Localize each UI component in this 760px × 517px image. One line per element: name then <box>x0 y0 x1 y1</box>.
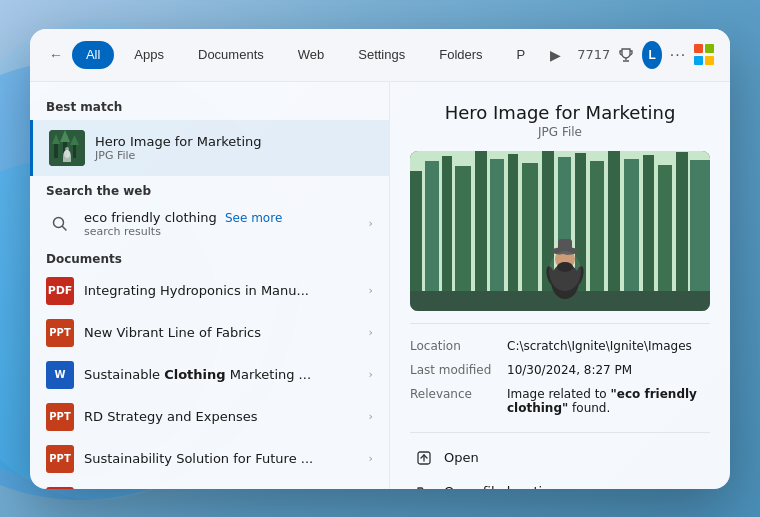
meta-row-location: Location C:\scratch\Ignite\Ignite\Images <box>410 334 710 358</box>
doc-icon-pdf-0: PDF <box>46 277 74 305</box>
meta-label-location: Location <box>410 339 495 353</box>
doc-item-3[interactable]: PPT RD Strategy and Expenses › <box>30 396 389 438</box>
open-icon <box>414 448 434 468</box>
meta-value-location: C:\scratch\Ignite\Ignite\Images <box>507 339 692 353</box>
best-match-item[interactable]: Hero Image for Marketing JPG File <box>30 120 389 176</box>
nav-bar: ← All Apps Documents Web Settings Folder… <box>30 29 730 82</box>
web-search-chevron: › <box>369 217 373 230</box>
meta-value-modified: 10/30/2024, 8:27 PM <box>507 363 632 377</box>
doc-chevron-1: › <box>369 326 373 339</box>
doc-icon-ppt-1: PPT <box>46 319 74 347</box>
svg-rect-40 <box>558 239 572 253</box>
user-button[interactable]: L <box>642 41 662 69</box>
doc-title-3: RD Strategy and Expenses <box>84 409 359 424</box>
doc-item-4[interactable]: PPT Sustainability Solution for Future .… <box>30 438 389 480</box>
doc-chevron-2: › <box>369 368 373 381</box>
doc-icon-ppt-3: PPT <box>46 403 74 431</box>
play-button[interactable]: ▶ <box>545 41 565 69</box>
web-search-item[interactable]: eco friendly clothing See more search re… <box>30 202 389 246</box>
nav-pill-p[interactable]: P <box>503 41 540 69</box>
nav-pill-settings[interactable]: Settings <box>344 41 419 69</box>
see-more-link[interactable]: See more <box>225 211 282 225</box>
back-button[interactable]: ← <box>46 41 66 69</box>
meta-label-relevance: Relevance <box>410 387 495 401</box>
doc-chevron-0: › <box>369 284 373 297</box>
open-action[interactable]: Open <box>410 443 710 473</box>
documents-label: Documents <box>30 246 389 270</box>
windows-logo[interactable] <box>694 44 714 66</box>
right-panel: Hero Image for Marketing JPG File <box>390 82 730 489</box>
web-search-query: eco friendly clothing See more <box>84 210 359 225</box>
svg-line-15 <box>63 226 67 230</box>
svg-point-12 <box>64 150 70 158</box>
metadata-table: Location C:\scratch\Ignite\Ignite\Images… <box>410 323 710 420</box>
meta-row-modified: Last modified 10/30/2024, 8:27 PM <box>410 358 710 382</box>
meta-label-modified: Last modified <box>410 363 495 377</box>
best-match-thumbnail <box>49 130 85 166</box>
svg-point-13 <box>65 147 69 151</box>
detail-subtitle: JPG File <box>410 125 710 139</box>
left-panel: Best match <box>30 82 390 489</box>
best-match-label: Best match <box>30 94 389 118</box>
search-icon <box>46 210 74 238</box>
doc-title-1: New Vibrant Line of Fabrics <box>84 325 359 340</box>
nav-pill-documents[interactable]: Documents <box>184 41 278 69</box>
svg-point-45 <box>549 251 581 291</box>
doc-chevron-3: › <box>369 410 373 423</box>
preview-image <box>410 151 710 311</box>
best-match-info: Hero Image for Marketing JPG File <box>95 134 373 162</box>
doc-chevron-4: › <box>369 452 373 465</box>
open-location-label: Open file location <box>444 484 558 489</box>
web-search-sub: search results <box>84 225 359 238</box>
doc-icon-word-2: W <box>46 361 74 389</box>
doc-item-5[interactable]: PDF Mission of Contoso Sustainable F... … <box>30 480 389 489</box>
nav-pill-apps[interactable]: Apps <box>120 41 178 69</box>
doc-title-4: Sustainability Solution for Future ... <box>84 451 359 466</box>
doc-item-1[interactable]: PPT New Vibrant Line of Fabrics › <box>30 312 389 354</box>
best-match-subtitle: JPG File <box>95 149 373 162</box>
nav-count: 7717 <box>577 47 610 62</box>
folder-icon <box>414 482 434 489</box>
nav-pill-web[interactable]: Web <box>284 41 339 69</box>
more-button[interactable]: ··· <box>668 41 688 69</box>
nav-pill-folders[interactable]: Folders <box>425 41 496 69</box>
web-search-label: Search the web <box>30 178 389 202</box>
doc-item-2[interactable]: W Sustainable Clothing Marketing ... › <box>30 354 389 396</box>
meta-value-relevance: Image related to "eco friendly clothing"… <box>507 387 710 415</box>
search-window: ← All Apps Documents Web Settings Folder… <box>30 29 730 489</box>
meta-row-relevance: Relevance Image related to "eco friendly… <box>410 382 710 420</box>
doc-icon-ppt-4: PPT <box>46 445 74 473</box>
doc-title-0: Integrating Hydroponics in Manu... <box>84 283 359 298</box>
actions-section: Open Open file location <box>410 432 710 489</box>
doc-title-2: Sustainable Clothing Marketing ... <box>84 367 359 382</box>
open-location-action[interactable]: Open file location <box>410 477 710 489</box>
doc-icon-pdf-5: PDF <box>46 487 74 489</box>
nav-pill-all[interactable]: All <box>72 41 114 69</box>
trophy-button[interactable] <box>616 41 636 69</box>
open-label: Open <box>444 450 479 465</box>
detail-title: Hero Image for Marketing <box>410 102 710 123</box>
best-match-title: Hero Image for Marketing <box>95 134 373 149</box>
doc-item-0[interactable]: PDF Integrating Hydroponics in Manu... › <box>30 270 389 312</box>
main-content: Best match <box>30 82 730 489</box>
